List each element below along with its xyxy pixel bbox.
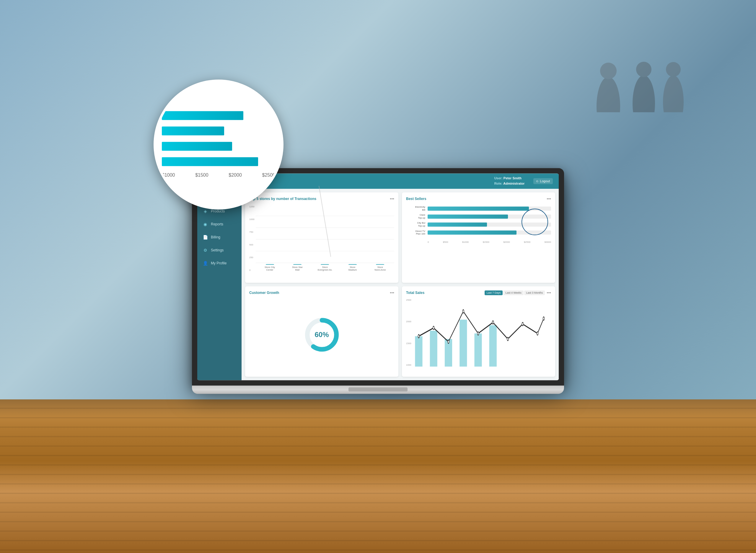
customer-growth-title: Customer Growth bbox=[249, 291, 279, 295]
svg-point-0 bbox=[596, 77, 620, 112]
role-label: Role: bbox=[494, 182, 503, 185]
svg-point-26 bbox=[507, 337, 509, 340]
bar-label-3: StoreEvergreen Av. bbox=[318, 266, 333, 271]
bar-group-1: Store CityCenter bbox=[257, 264, 282, 271]
svg-rect-14 bbox=[415, 336, 422, 367]
y-label-5: 0 bbox=[249, 269, 255, 271]
svg-point-1 bbox=[600, 63, 616, 79]
magnifier-chart: $1000 $1500 $2000 $2500 bbox=[162, 111, 275, 178]
best-sellers-title: Best Sellers bbox=[406, 197, 426, 201]
bar-label-1: Store CityCenter bbox=[265, 266, 275, 271]
logout-button[interactable]: ⎋ Logout bbox=[533, 178, 553, 184]
svg-point-28 bbox=[536, 332, 538, 335]
sidebar-label-reports: Reports bbox=[211, 222, 223, 226]
mag-bar-1 bbox=[162, 111, 243, 120]
hbar-row-3: City BulTop-up bbox=[406, 222, 551, 228]
customer-growth-menu-button[interactable]: ••• bbox=[390, 290, 394, 295]
mag-bar-row-1 bbox=[162, 111, 275, 120]
svg-point-4 bbox=[663, 75, 684, 112]
tab-last-7-days[interactable]: Last 7 Days bbox=[485, 290, 503, 295]
svg-rect-17 bbox=[459, 320, 467, 367]
sidebar-item-reports[interactable]: ◉ Reports bbox=[197, 218, 242, 231]
svg-point-23 bbox=[463, 310, 464, 313]
bar-3 bbox=[321, 264, 329, 265]
svg-point-22 bbox=[448, 340, 449, 343]
hbar-label-2: ClareTop-up bbox=[406, 214, 425, 219]
hbar-fill-3 bbox=[428, 223, 487, 227]
hbar-x-2500: $2500 bbox=[524, 241, 530, 243]
y-label-1: 1000 bbox=[249, 218, 255, 221]
hbar-x-0: 0 bbox=[428, 241, 429, 243]
svg-point-25 bbox=[492, 321, 494, 324]
svg-rect-15 bbox=[430, 330, 437, 367]
sidebar: ⊞ My Stores ◈ Products ◉ Reports 📄 bbox=[197, 189, 242, 380]
sidebar-label-products: Products bbox=[211, 209, 225, 213]
mag-x-label-3: $2000 bbox=[229, 172, 242, 178]
magnifier-zoom: $1000 $1500 $2000 $2500 bbox=[154, 79, 283, 210]
hbar-x-1500: $1500 bbox=[483, 241, 489, 243]
top5-y-axis: 1250 1000 750 500 250 0 bbox=[249, 204, 255, 278]
donut-label: 60% bbox=[315, 330, 329, 339]
svg-point-27 bbox=[522, 322, 523, 325]
mag-x-label-4: $2500 bbox=[262, 172, 275, 178]
sales-y-2500: 2500 bbox=[406, 299, 411, 301]
mag-bar-row-4 bbox=[162, 157, 275, 166]
svg-rect-18 bbox=[474, 333, 482, 367]
svg-point-24 bbox=[477, 332, 479, 335]
bar-label-4: StoreStadium bbox=[348, 266, 357, 271]
tab-last-3-months[interactable]: Last 3 Months bbox=[524, 290, 545, 295]
svg-point-5 bbox=[666, 62, 681, 77]
best-sellers-chart: ElectricityBill ClareTop-up bbox=[406, 204, 551, 239]
mag-bar-3 bbox=[162, 142, 232, 151]
bar-label-2: Store StarMall bbox=[292, 266, 303, 271]
products-icon: ◈ bbox=[202, 209, 208, 214]
user-label: User: bbox=[494, 177, 503, 180]
mag-bar-4 bbox=[162, 157, 258, 166]
hbar-row-4: Direct TVPlan 100 bbox=[406, 230, 551, 235]
sales-line-chart-svg bbox=[413, 298, 551, 369]
hbar-fill-4 bbox=[428, 230, 516, 235]
bar-1 bbox=[266, 264, 274, 265]
top5-chart-area: 1250 1000 750 500 250 0 bbox=[249, 204, 394, 278]
sidebar-item-billing[interactable]: 📄 Billing bbox=[197, 231, 242, 244]
svg-point-29 bbox=[543, 317, 544, 320]
sales-y-axis: 2500 2000 1500 1000 bbox=[406, 298, 411, 369]
total-sales-controls: Last 7 Days Last 4 Weeks Last 3 Months •… bbox=[485, 290, 551, 295]
mag-x-labels: $1000 $1500 $2000 $2500 bbox=[162, 172, 275, 178]
content-area: Top 5 stores by number of Transactions •… bbox=[242, 189, 559, 380]
top5-bars: Store CityCenter Store StarMall bbox=[256, 204, 394, 271]
top5-header: Top 5 stores by number of Transactions •… bbox=[249, 196, 394, 201]
mag-x-label-1: $1000 bbox=[162, 172, 175, 178]
sidebar-item-my-profile[interactable]: 👤 My Profile bbox=[197, 257, 242, 270]
bar-group-3: StoreEvergreen Av. bbox=[312, 264, 338, 271]
svg-point-2 bbox=[633, 75, 655, 112]
hbar-label-3: City BulTop-up bbox=[406, 222, 425, 228]
bar-4 bbox=[348, 264, 357, 265]
hbar-x-axis: 0 $500 $1000 $1500 $2000 $2500 $3000 bbox=[406, 241, 551, 243]
card-top5-stores: Top 5 stores by number of Transactions •… bbox=[245, 192, 398, 283]
best-sellers-header: Best Sellers ••• bbox=[406, 196, 551, 201]
top5-title: Top 5 stores by number of Transactions bbox=[249, 197, 316, 201]
card-customer-growth: Customer Growth ••• 60% bbox=[245, 286, 398, 377]
y-label-0: 1250 bbox=[249, 205, 255, 208]
reports-icon: ◉ bbox=[202, 222, 208, 227]
top5-menu-button[interactable]: ••• bbox=[390, 196, 394, 201]
total-sales-menu-button[interactable]: ••• bbox=[547, 290, 551, 295]
logout-label: Logout bbox=[540, 179, 550, 183]
donut-container: 60% bbox=[249, 298, 394, 371]
laptop-screen: User: Peter Smith Role: Administrator ⎋ … bbox=[197, 173, 559, 380]
bar-label-5: StoreNord-Zone bbox=[374, 266, 386, 271]
best-sellers-menu-button[interactable]: ••• bbox=[547, 196, 551, 201]
hbar-fill-1 bbox=[428, 207, 529, 211]
mag-x-label-2: $1500 bbox=[195, 172, 208, 178]
sidebar-item-settings[interactable]: ⚙ Settings bbox=[197, 244, 242, 257]
screen-content: User: Peter Smith Role: Administrator ⎋ … bbox=[197, 173, 559, 380]
sidebar-label-my-profile: My Profile bbox=[211, 261, 227, 265]
total-sales-chart-area: 2500 2000 1500 1000 bbox=[406, 298, 551, 369]
sales-y-1000: 1000 bbox=[406, 364, 411, 366]
svg-point-20 bbox=[418, 335, 419, 338]
total-sales-header: Total Sales Last 7 Days Last 4 Weeks Las… bbox=[406, 290, 551, 295]
tab-last-4-weeks[interactable]: Last 4 Weeks bbox=[503, 290, 523, 295]
billing-icon: 📄 bbox=[202, 235, 208, 240]
svg-point-21 bbox=[433, 326, 434, 329]
